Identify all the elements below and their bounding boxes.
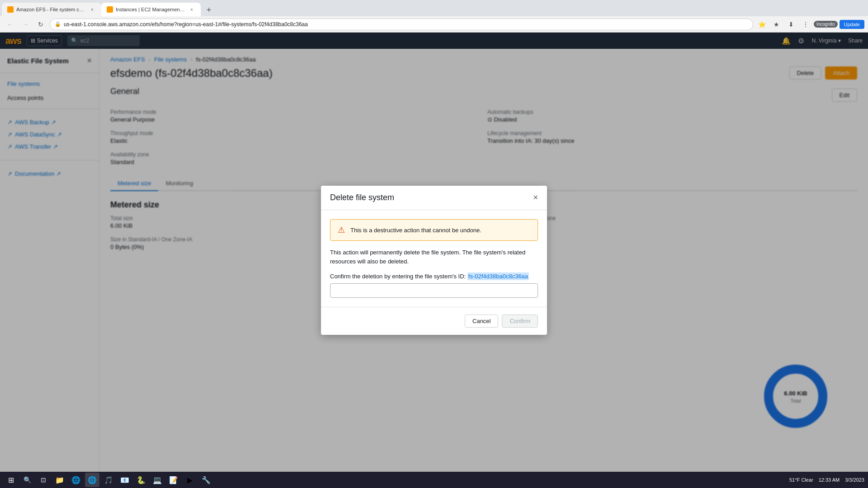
taskbar-time: 12:33 AM (819, 477, 840, 483)
taskbar-start-button[interactable]: ⊞ (4, 473, 18, 487)
taskbar-date: 3/3/2023 (845, 477, 864, 483)
taskbar-weather: 51°F Clear (789, 477, 813, 483)
confirm-button[interactable]: Confirm (502, 314, 538, 328)
dialog-title: Delete file system (330, 193, 394, 202)
taskbar-media[interactable]: ▶ (183, 473, 197, 487)
dialog-close-button[interactable]: × (533, 193, 538, 202)
bookmark-button[interactable]: ★ (770, 18, 783, 31)
dialog-body: ⚠ This is a destructive action that cann… (321, 210, 547, 307)
tab-ec2[interactable]: Instances | EC2 Management C... × (101, 3, 201, 16)
taskbar-vscode[interactable]: 📝 (166, 473, 181, 487)
taskbar-right: 51°F Clear 12:33 AM 3/3/2023 (789, 477, 864, 483)
taskbar-mail[interactable]: 📧 (118, 473, 132, 487)
update-button[interactable]: Update (840, 20, 864, 29)
browser-chrome: Amazon EFS - File system confi... × Inst… (0, 0, 868, 33)
tab-close-ec2[interactable]: × (188, 6, 195, 13)
dialog-backdrop: Delete file system × ⚠ This is a destruc… (0, 33, 868, 488)
dialog-header: Delete file system × (321, 186, 547, 210)
cancel-button[interactable]: Cancel (465, 314, 498, 328)
dialog-description: This action will permanently delete the … (330, 248, 538, 266)
refresh-button[interactable]: ↻ (34, 18, 47, 31)
warning-text: This is a destructive action that cannot… (350, 227, 481, 234)
confirm-label-prefix: Confirm the deletion by entering the fil… (330, 273, 467, 280)
tab-close-efs[interactable]: × (89, 6, 96, 13)
taskbar-browser[interactable]: 🌐 (85, 473, 99, 487)
taskbar-search[interactable]: 🔍 (20, 473, 34, 487)
taskbar-chrome[interactable]: 🌐 (69, 473, 83, 487)
taskbar-start: ⊞ 🔍 ⊡ 📁 🌐 🌐 🎵 📧 🐍 💻 📝 ▶ 🔧 (4, 473, 213, 487)
taskbar-terminal[interactable]: 💻 (150, 473, 165, 487)
dialog-footer: Cancel Confirm (321, 307, 547, 335)
address-bar[interactable]: 🔒 us-east-1.console.aws.amazon.com/efs/h… (50, 19, 753, 30)
browser-tabs: Amazon EFS - File system confi... × Inst… (0, 0, 868, 16)
lock-icon: 🔒 (55, 21, 61, 27)
address-url: us-east-1.console.aws.amazon.com/efs/hom… (64, 21, 748, 28)
tab-favicon-efs (7, 6, 14, 13)
tab-efs[interactable]: Amazon EFS - File system confi... × (2, 3, 101, 16)
tab-favicon-ec2 (107, 6, 113, 13)
taskbar-task-view[interactable]: ⊡ (36, 473, 51, 487)
taskbar: ⊞ 🔍 ⊡ 📁 🌐 🌐 🎵 📧 🐍 💻 📝 ▶ 🔧 51°F Clear 12:… (0, 472, 868, 488)
taskbar-explorer[interactable]: 📁 (52, 473, 67, 487)
downloads-button[interactable]: ⬇ (785, 18, 797, 31)
fs-id-highlight: fs-02f4d38ba0c8c36aa (467, 272, 529, 280)
browser-toolbar: ← → ↻ 🔒 us-east-1.console.aws.amazon.com… (0, 16, 868, 33)
tab-title-efs: Amazon EFS - File system confi... (16, 7, 86, 12)
extensions-button[interactable]: ⭐ (756, 18, 769, 31)
delete-dialog: Delete file system × ⚠ This is a destruc… (321, 186, 547, 335)
dialog-fs-id-input[interactable] (330, 283, 538, 298)
incognito-badge: Incognito (814, 21, 838, 28)
taskbar-python[interactable]: 🐍 (134, 473, 148, 487)
warning-banner: ⚠ This is a destructive action that cann… (330, 219, 538, 241)
tab-title-ec2: Instances | EC2 Management C... (116, 7, 185, 12)
settings-button[interactable]: ⋮ (799, 18, 812, 31)
back-button[interactable]: ← (4, 18, 16, 31)
taskbar-music[interactable]: 🎵 (101, 473, 116, 487)
warning-icon: ⚠ (338, 225, 345, 235)
new-tab-button[interactable]: + (203, 4, 215, 16)
taskbar-settings-app[interactable]: 🔧 (199, 473, 213, 487)
forward-button[interactable]: → (19, 18, 32, 31)
browser-actions: ⭐ ★ ⬇ ⋮ Incognito Update (756, 18, 864, 31)
dialog-confirm-label: Confirm the deletion by entering the fil… (330, 273, 538, 280)
